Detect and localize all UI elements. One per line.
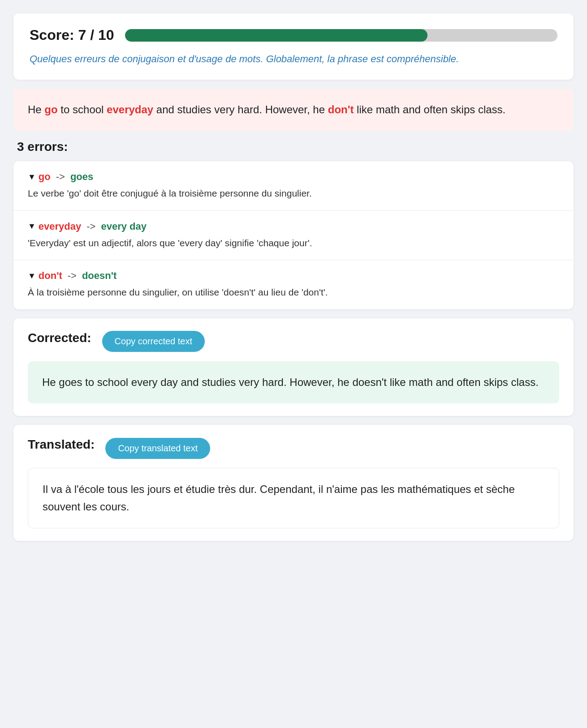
error-desc-3: À la troisième personne du singulier, on… [28,285,559,300]
arrow-icon-1: ▼ [28,172,36,182]
error-item-2: ▼ everyday -> every day 'Everyday' est u… [13,211,574,261]
error-item-3: ▼ don't -> doesn't À la troisième person… [13,260,574,309]
original-middle1: to school [58,103,107,116]
error-arrow-2: -> [86,221,95,232]
corrected-header: Corrected: Copy corrected text [28,331,559,352]
translated-text: Il va à l'école tous les jours et étudie… [43,481,544,515]
translated-section: Translated: Copy translated text Il va à… [13,425,574,541]
error-wrong-3: don't [39,270,62,282]
error-wrong-2: everyday [39,221,81,232]
original-prefix: He [28,103,44,116]
error-word-dont: don't [328,103,354,116]
error-header-1: ▼ go -> goes [28,171,559,183]
feedback-text: Quelques erreurs de conjugaison et d'usa… [30,51,557,66]
error-word-everyday: everyday [107,103,153,116]
error-wrong-1: go [39,171,51,183]
error-arrow-3: -> [68,270,77,282]
errors-title: 3 errors: [17,140,570,154]
translated-header: Translated: Copy translated text [28,437,559,459]
corrected-label: Corrected: [28,331,91,345]
error-item-1: ▼ go -> goes Le verbe 'go' doit être con… [13,161,574,211]
copy-translated-button[interactable]: Copy translated text [105,438,210,459]
original-text: He go to school everyday and studies ver… [28,101,559,118]
corrected-section: Corrected: Copy corrected text He goes t… [13,318,574,416]
original-text-card: He go to school everyday and studies ver… [13,89,574,131]
corrected-text: He goes to school every day and studies … [42,374,545,391]
error-correct-3: doesn't [82,270,117,282]
arrow-icon-2: ▼ [28,222,36,231]
original-suffix: like math and often skips class. [354,103,505,116]
copy-corrected-button[interactable]: Copy corrected text [102,331,205,352]
score-label: Score: 7 / 10 [30,27,114,43]
error-header-3: ▼ don't -> doesn't [28,270,559,282]
score-row: Score: 7 / 10 [30,27,557,43]
progress-bar-background [125,29,557,42]
progress-bar-fill [125,29,428,42]
error-correct-2: every day [101,221,147,232]
original-middle2: and studies very hard. However, he [153,103,328,116]
errors-list: ▼ go -> goes Le verbe 'go' doit être con… [13,161,574,309]
score-section: Score: 7 / 10 Quelques erreurs de conjug… [13,13,574,80]
error-desc-1: Le verbe 'go' doit être conjugué à la tr… [28,186,559,201]
errors-title-container: 3 errors: [13,140,574,154]
translated-label: Translated: [28,437,95,452]
error-header-2: ▼ everyday -> every day [28,221,559,232]
error-word-go: go [44,103,57,116]
corrected-box: He goes to school every day and studies … [28,361,559,403]
translated-box: Il va à l'école tous les jours et étudie… [28,468,559,528]
error-correct-1: goes [70,171,93,183]
error-arrow-1: -> [56,171,65,183]
arrow-icon-3: ▼ [28,271,36,281]
error-desc-2: 'Everyday' est un adjectif, alors que 'e… [28,236,559,250]
